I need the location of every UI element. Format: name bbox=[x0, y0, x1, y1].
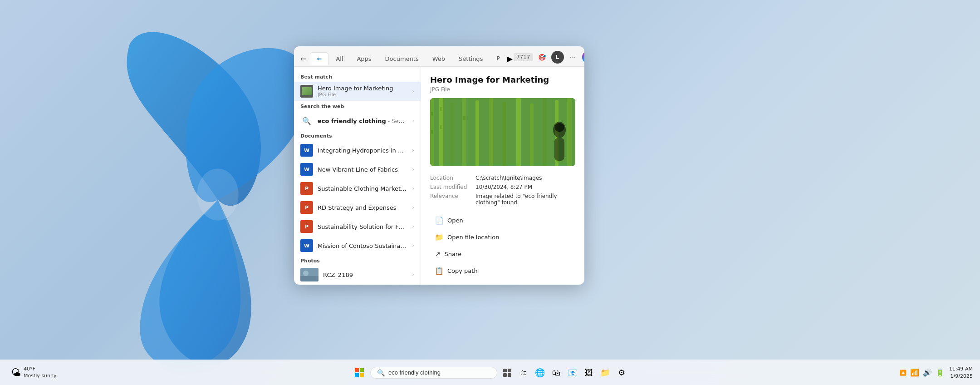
task-view-button[interactable] bbox=[500, 365, 514, 380]
l-badge[interactable]: L bbox=[551, 51, 564, 64]
tab-p[interactable]: P bbox=[490, 53, 506, 64]
doc-title-3: Sustainable Clothing Marketing ... bbox=[318, 185, 407, 192]
share-button[interactable]: ↗ Share bbox=[430, 247, 575, 261]
battery-icon: 🔋 bbox=[936, 368, 945, 377]
doc-text-4: RD Strategy and Expenses bbox=[318, 204, 407, 211]
tab-apps[interactable]: All bbox=[329, 53, 349, 65]
meta-relevance-row: Relevance Image related to "eco friendly… bbox=[430, 192, 575, 207]
network-icon[interactable]: 📶 bbox=[910, 368, 919, 377]
ppt-file-icon-3: P bbox=[300, 220, 313, 233]
tab-settings[interactable]: Web bbox=[426, 53, 451, 65]
svg-rect-31 bbox=[355, 368, 359, 372]
edge-button[interactable]: 🌐 bbox=[533, 365, 547, 380]
svg-rect-3 bbox=[300, 276, 318, 281]
weather-widget[interactable]: 🌤 40°F Mostly sunny bbox=[7, 364, 60, 381]
jpg-file-icon bbox=[300, 85, 313, 98]
best-match-title: Hero Image for Marketing bbox=[318, 85, 407, 92]
back-button[interactable]: ← bbox=[300, 52, 306, 65]
copy-path-icon: 📋 bbox=[435, 267, 444, 275]
photos-button[interactable]: 🖼 bbox=[582, 365, 596, 380]
copilot-icon[interactable] bbox=[582, 51, 584, 64]
web-search-icon: 🔍 bbox=[300, 114, 313, 127]
tab-folders[interactable]: Settings bbox=[452, 53, 489, 65]
volume-icon[interactable]: 🔊 bbox=[923, 368, 932, 377]
weather-condition: Mostly sunny bbox=[24, 373, 56, 379]
mail-button[interactable]: 📧 bbox=[565, 365, 580, 380]
widgets-button[interactable]: 🗂 bbox=[516, 365, 531, 380]
doc-arrow-5: › bbox=[412, 223, 414, 230]
tab-extra: 7717 🎯 L ··· bbox=[514, 51, 584, 66]
clock[interactable]: 11:49 AM 1/9/2025 bbox=[949, 365, 973, 380]
dev-tools-button[interactable]: ⚙ bbox=[614, 365, 629, 380]
word-file-icon-3: W bbox=[300, 239, 313, 252]
open-icon: 📄 bbox=[435, 216, 444, 225]
tab-all[interactable]: ← bbox=[310, 52, 328, 65]
tab-documents[interactable]: Apps bbox=[350, 53, 377, 65]
store-button[interactable]: 🛍 bbox=[549, 365, 564, 380]
best-match-item[interactable]: Hero Image for Marketing JPG File › bbox=[294, 82, 421, 101]
tab-web[interactable]: Documents bbox=[379, 53, 425, 65]
svg-rect-34 bbox=[360, 373, 364, 377]
photo-item-1[interactable]: RCZ_2189 › bbox=[294, 266, 421, 284]
doc-item-6[interactable]: W Mission of Contoso Sustainable F... › bbox=[294, 236, 421, 255]
doc-text-6: Mission of Contoso Sustainable F... bbox=[318, 242, 407, 249]
start-button[interactable] bbox=[351, 365, 368, 381]
ppt-file-icon-2: P bbox=[300, 201, 313, 214]
best-match-subtitle: JPG File bbox=[318, 92, 407, 98]
word-file-icon-1: W bbox=[300, 144, 313, 157]
taskbar-left: 🌤 40°F Mostly sunny bbox=[7, 364, 60, 381]
photos-label: Photos bbox=[294, 255, 421, 266]
see-more-text: - See more search results bbox=[388, 118, 407, 124]
svg-rect-37 bbox=[503, 373, 507, 377]
preview-title: Hero Image for Marketing bbox=[430, 75, 575, 84]
relevance-label: Relevance bbox=[430, 193, 475, 206]
preview-image bbox=[430, 98, 575, 166]
share-icon: ↗ bbox=[435, 250, 441, 258]
preview-subtitle: JPG File bbox=[430, 86, 575, 93]
doc-item-5[interactable]: P Sustainability Solution for Future ...… bbox=[294, 217, 421, 236]
doc-item-4[interactable]: P RD Strategy and Expenses › bbox=[294, 198, 421, 217]
copy-path-label: Copy path bbox=[447, 267, 478, 274]
clock-date: 1/9/2025 bbox=[949, 373, 973, 380]
explorer-button[interactable]: 📁 bbox=[598, 365, 612, 380]
taskbar-search-bar[interactable]: 🔍 bbox=[370, 367, 497, 379]
open-button[interactable]: 📄 Open bbox=[430, 213, 575, 227]
svg-rect-33 bbox=[355, 373, 359, 377]
doc-text-5: Sustainability Solution for Future ... bbox=[318, 223, 407, 230]
location-label: Location bbox=[430, 175, 475, 181]
filter-icon[interactable]: 🎯 bbox=[536, 51, 549, 64]
search-web-label: Search the web bbox=[294, 101, 421, 111]
metadata-table: Location C:\scratch\Ignite\images Last m… bbox=[430, 173, 575, 207]
more-options-button[interactable]: ··· bbox=[567, 51, 579, 64]
ppt-file-icon-1: P bbox=[300, 182, 313, 195]
location-value: C:\scratch\Ignite\images bbox=[475, 175, 542, 181]
taskbar-search-input[interactable] bbox=[388, 369, 488, 376]
weather-icon: 🌤 bbox=[11, 367, 21, 378]
action-buttons: 📄 Open 📁 Open file location ↗ Share 📋 Co… bbox=[430, 213, 575, 278]
search-web-item[interactable]: 🔍 eco friendly clothing - See more searc… bbox=[294, 111, 421, 130]
word-file-icon-2: W bbox=[300, 163, 313, 176]
svg-point-4 bbox=[303, 271, 309, 276]
taskbar-right: 🔼 📶 🔊 🔋 11:49 AM 1/9/2025 bbox=[900, 365, 973, 380]
more-tabs-button[interactable]: ▶ bbox=[507, 53, 513, 64]
result-count-badge: 7717 bbox=[514, 53, 533, 61]
doc-item-1[interactable]: W Integrating Hydroponics in Manu... › bbox=[294, 141, 421, 160]
photo-thumb-1 bbox=[300, 268, 318, 281]
doc-item-2[interactable]: W New Vibrant Line of Fabrics › bbox=[294, 160, 421, 179]
photo-text-1: RCZ_2189 bbox=[323, 271, 407, 278]
tray-chevron-icon[interactable]: 🔼 bbox=[900, 370, 906, 376]
doc-arrow-1: › bbox=[412, 147, 414, 153]
open-location-button[interactable]: 📁 Open file location bbox=[430, 230, 575, 244]
query-text: eco friendly clothing bbox=[318, 118, 386, 124]
weather-text: 40°F Mostly sunny bbox=[24, 366, 56, 379]
modified-label: Last modified bbox=[430, 184, 475, 190]
open-label: Open bbox=[447, 217, 463, 224]
svg-rect-32 bbox=[360, 368, 364, 372]
copy-path-button[interactable]: 📋 Copy path bbox=[430, 264, 575, 278]
web-search-title: eco friendly clothing - See more search … bbox=[318, 118, 407, 124]
doc-item-3[interactable]: P Sustainable Clothing Marketing ... › bbox=[294, 179, 421, 198]
clock-time: 11:49 AM bbox=[949, 365, 973, 372]
photo-title-1: RCZ_2189 bbox=[323, 271, 407, 278]
photo-item-2[interactable]: RCZ_3241 › bbox=[294, 284, 421, 285]
search-results-left: Best match Hero Image for Marketing JPG … bbox=[294, 67, 421, 285]
